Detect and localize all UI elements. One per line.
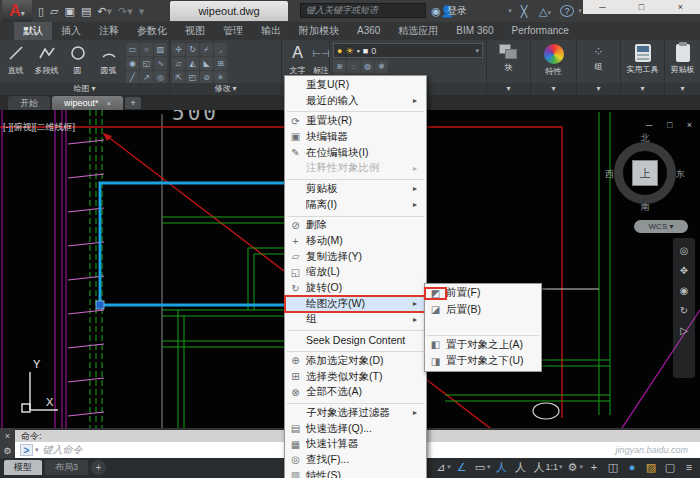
layout3-tab[interactable]: 布局3: [45, 460, 88, 475]
signin-dropdown-icon[interactable]: ▾: [505, 0, 515, 22]
ribbon-tab[interactable]: 管理: [214, 22, 252, 40]
rectangle-tool-icon[interactable]: ▭: [126, 43, 139, 56]
viewcube-north-label[interactable]: 北: [606, 132, 684, 145]
context-menu-item[interactable]: ▱ 复制选择(Y) ▸: [285, 249, 426, 265]
showmotion-icon[interactable]: ▷: [680, 326, 688, 336]
graphics-performance-icon[interactable]: ●: [626, 459, 640, 475]
context-menu-item[interactable]: ✎ 在位编辑块(I) ▸: [285, 145, 426, 161]
context-menu-item[interactable]: ⊕ 添加选定对象(D) ▸: [285, 353, 426, 369]
layer-freeze-tool-icon[interactable]: ❄: [375, 60, 388, 73]
copy-tool-icon[interactable]: ▱: [172, 57, 185, 70]
model-tab[interactable]: 模型: [4, 460, 42, 475]
context-menu-item[interactable]: ▥ 特性(S) ▸: [285, 468, 426, 478]
ribbon-tab[interactable]: 附加模块: [290, 22, 348, 40]
orbit-icon[interactable]: ↻: [680, 306, 688, 316]
group-panel-expander[interactable]: ▾: [577, 83, 620, 95]
navigation-wheel-icon[interactable]: ◎: [680, 246, 689, 256]
chamfer-tool-icon[interactable]: ◣: [200, 57, 213, 70]
viewcube-west-label[interactable]: 西: [605, 168, 614, 181]
ribbon-tab[interactable]: BIM 360: [447, 22, 502, 40]
clipboard-panel-expander[interactable]: ▾: [665, 83, 700, 95]
open-file-icon[interactable]: ▱: [50, 5, 58, 18]
customization-icon[interactable]: ≡: [683, 459, 697, 475]
fillet-tool-icon[interactable]: ◞: [214, 43, 227, 56]
isolate-objects-icon[interactable]: ◫: [607, 459, 621, 475]
recent-commands-dropdown-icon[interactable]: ▾: [35, 446, 39, 454]
move-tool-icon[interactable]: ✢: [172, 43, 185, 56]
context-menu-item[interactable]: + 移动(M) ▸: [285, 233, 426, 249]
layer-off-icon[interactable]: ◌: [347, 60, 360, 73]
zoom-icon[interactable]: ◉: [680, 286, 689, 296]
ribbon-tab[interactable]: 插入: [52, 22, 90, 40]
submenu-item[interactable]: ◩ 前置(F) ▸: [425, 285, 541, 302]
design-feed-icon[interactable]: △▾: [534, 0, 556, 22]
selection-cycling-icon[interactable]: ▭ ▾: [475, 459, 491, 475]
layer-properties-icon[interactable]: ≋: [333, 60, 346, 73]
modify-panel-label[interactable]: 修改 ▾: [170, 83, 281, 95]
ribbon-tab[interactable]: A360: [348, 22, 389, 40]
ribbon-tab[interactable]: 参数化: [128, 22, 176, 40]
new-file-icon[interactable]: ▯: [38, 5, 44, 18]
undo-icon[interactable]: ↶▾: [97, 5, 112, 18]
draw-tool-button[interactable]: 多段线: [31, 40, 62, 82]
wcs-button[interactable]: WCS ▾: [634, 220, 688, 233]
context-menu-item[interactable]: ▦ 快速计算器 ▸: [285, 436, 426, 452]
context-menu-item[interactable]: ◎ 查找(F)... ▸: [285, 452, 426, 468]
ribbon-tab[interactable]: 注释: [90, 22, 128, 40]
array-tool-icon[interactable]: ⊞: [214, 57, 227, 70]
clean-screen-icon[interactable]: ▢: [664, 459, 678, 475]
context-menu-item[interactable]: 剪贴板 ▸: [285, 181, 426, 197]
new-layout-button[interactable]: +: [91, 460, 106, 475]
context-menu-item[interactable]: ⊗ 全部不选(A) ▸: [285, 384, 426, 400]
maximize-button[interactable]: □: [622, 0, 661, 14]
rotate-tool-icon[interactable]: ↻: [186, 43, 199, 56]
command-customize-wrench-icon[interactable]: ⚙: [3, 446, 11, 456]
autoscale-icon[interactable]: 人: [515, 459, 529, 475]
file-tab-wipeout[interactable]: wipeout*×: [52, 96, 123, 110]
draw-panel-label[interactable]: 绘图 ▾: [0, 83, 169, 95]
a360-sync-icon[interactable]: ╳: [516, 0, 532, 22]
region-tool-icon[interactable]: ◱: [140, 57, 153, 70]
signin-label[interactable]: 登录: [447, 0, 467, 22]
context-menu-item[interactable]: 最近的输入 ▸: [285, 93, 426, 109]
properties-panel-expander[interactable]: ▾: [531, 83, 576, 95]
draw-tool-button[interactable]: 圆: [62, 40, 93, 82]
utilities-panel[interactable]: 实用工具 ▾: [621, 40, 665, 95]
point-tool-icon[interactable]: ◉: [126, 57, 139, 70]
isodraft-icon[interactable]: ⊿ ▾: [436, 459, 451, 475]
context-menu-item[interactable]: 隔离(I) ▸: [285, 197, 426, 213]
dimension-button[interactable]: ⊢⊣ 标注: [313, 40, 329, 76]
ellipse-tool-icon[interactable]: ○: [140, 43, 153, 56]
new-drawing-tab-button[interactable]: +: [125, 97, 141, 109]
ribbon-tab[interactable]: 默认: [14, 22, 52, 40]
minimize-button[interactable]: ─: [583, 0, 622, 14]
text-button[interactable]: A 文字: [282, 40, 313, 76]
spline-tool-icon[interactable]: ∿: [154, 57, 167, 70]
properties-panel[interactable]: 特性 ▾: [531, 40, 577, 95]
qat-more-icon[interactable]: ▾: [139, 5, 145, 18]
tab-close-icon[interactable]: ×: [107, 99, 112, 108]
viewport-controls-label[interactable]: [-][俯视][二维线框]: [3, 121, 75, 134]
viewcube[interactable]: 北 西 东 南 上: [606, 134, 684, 212]
layer-isolate-icon[interactable]: ◍: [361, 60, 374, 73]
submenu-item[interactable]: ◪ 后置(B) ▸: [425, 302, 541, 319]
block-panel-expander[interactable]: ▾: [487, 83, 530, 95]
trim-tool-icon[interactable]: ⌿: [200, 43, 213, 56]
context-menu-item[interactable]: 重复U(R) ▸: [285, 77, 426, 93]
context-menu-item[interactable]: ⊞ 选择类似对象(T) ▸: [285, 369, 426, 385]
command-close-icon[interactable]: ×: [5, 431, 10, 441]
annotation-scale-icon[interactable]: 人 1:1 ▾: [534, 459, 563, 475]
context-menu-item[interactable]: ⟳ 重置块(R) ▸: [285, 113, 426, 129]
app-logo[interactable]: A▾: [2, 0, 32, 22]
submenu-item[interactable]: ◨ 置于对象之下(U) ▸: [425, 353, 541, 370]
file-tab-start[interactable]: 开始: [8, 96, 50, 110]
ribbon-tab[interactable]: 视图: [176, 22, 214, 40]
context-menu-item[interactable]: ▤ 快速选择(Q)... ▸: [285, 421, 426, 437]
context-menu-item[interactable]: Seek Design Content ▸: [285, 332, 426, 348]
block-panel[interactable]: 块 ▾: [487, 40, 531, 95]
viewport-window-controls[interactable]: ─ □ ×: [646, 120, 698, 130]
plot-icon[interactable]: ▤: [81, 5, 91, 18]
layer-dropdown[interactable]: ● ☀ ▪ ■ 0 ▾: [333, 43, 483, 58]
ribbon-tab[interactable]: 输出: [252, 22, 290, 40]
close-button[interactable]: ×: [661, 0, 700, 14]
